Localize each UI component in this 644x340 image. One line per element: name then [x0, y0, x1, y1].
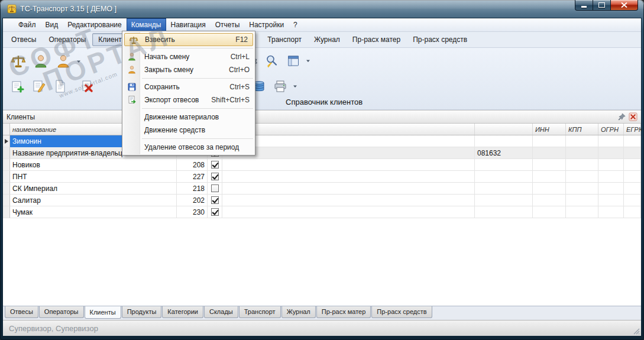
maximize-icon: [598, 2, 605, 8]
bottom-tab-pr-rash-sredstv[interactable]: Пр-расх средств: [371, 306, 432, 318]
menu-bar: ФайлВидРедактированиеКомандыНавигацияОтч…: [3, 18, 641, 32]
toolbar-caption: Справочник клиентов: [286, 98, 363, 106]
title-bar[interactable]: ТС-Транспорт 3.15 [ ДЕМО ]: [0, 0, 644, 18]
menu-separator: [142, 108, 253, 109]
bottom-tab-transport[interactable]: Транспорт: [239, 306, 281, 318]
menu-item-materials-movement[interactable]: Движение материалов: [123, 111, 254, 124]
column-header-egrul[interactable]: ЕГРЮЛ: [624, 124, 641, 135]
bottom-tab-sklady[interactable]: Склады: [204, 306, 238, 318]
menu-item-start-shift[interactable]: Начать сменуCtrl+L: [123, 50, 254, 63]
row-checkbox[interactable]: [211, 173, 219, 180]
bottom-tab-otvesy[interactable]: Отвесы: [5, 306, 38, 318]
table-row[interactable]: Название предприятия-владельца1081632: [3, 147, 641, 159]
top-tab-transport[interactable]: Транспорт: [261, 33, 308, 46]
close-shift-button[interactable]: [53, 51, 74, 72]
top-tab-operatory[interactable]: Операторы: [43, 33, 92, 46]
maximize-button[interactable]: [593, 0, 610, 11]
cell-name: Чумак: [10, 206, 177, 218]
start-shift-button[interactable]: [30, 51, 51, 72]
bottom-tab-pr-rash-mater[interactable]: Пр-расх матер: [316, 306, 371, 318]
table-row[interactable]: СК Империал218: [3, 183, 641, 195]
cell-name: Салитар: [10, 195, 177, 206]
menu-separator: [142, 48, 253, 48]
print-menu-arrow[interactable]: [292, 76, 299, 96]
cell-ogrn: [598, 206, 624, 218]
row-checkbox[interactable]: [211, 161, 219, 169]
cell-filler: [222, 206, 475, 218]
panels-menu-arrow[interactable]: [305, 51, 312, 71]
grid-header: наименованиеИННКППОГРНЕГРЮЛ: [3, 124, 641, 135]
row-checkbox[interactable]: [211, 208, 219, 216]
print-button[interactable]: [270, 76, 290, 96]
row-indicator-arrow: [5, 139, 8, 144]
menu-settings[interactable]: Настройки: [244, 18, 289, 31]
scale-icon: [11, 54, 26, 69]
pin-icon[interactable]: [617, 112, 626, 121]
bottom-tab-zhurnal[interactable]: Журнал: [281, 306, 316, 318]
column-header-ogrn[interactable]: ОГРН: [598, 124, 624, 135]
cell-inn: [533, 195, 566, 206]
bottom-tab-operatory[interactable]: Операторы: [39, 306, 84, 318]
cell-inn: [533, 147, 566, 159]
panels-button[interactable]: [283, 51, 303, 71]
panel-close-icon[interactable]: [629, 112, 637, 121]
menu-help[interactable]: ?: [289, 18, 302, 31]
cell-kpp: [566, 135, 598, 147]
cell-ogrn: [598, 135, 624, 147]
cell-check: [208, 159, 222, 171]
bottom-tab-klienty[interactable]: Клиенты: [85, 306, 121, 319]
shift-menu-arrow[interactable]: [75, 51, 82, 72]
grid-body: ЗимонинНазвание предприятия-владельца108…: [3, 135, 641, 218]
delete-record-button[interactable]: [77, 76, 98, 96]
menu-item-close-shift[interactable]: Закрыть сменуCtrl+O: [123, 63, 254, 76]
menu-edit[interactable]: Редактирование: [63, 18, 126, 31]
menu-item-export-weighings[interactable]: Экспорт отвесовShift+Ctrl+S: [123, 93, 254, 106]
cell-extra: [475, 195, 533, 206]
cell-kpp: [566, 147, 598, 159]
window-title: ТС-Транспорт 3.15 [ ДЕМО ]: [20, 0, 116, 18]
add-record-button[interactable]: [8, 76, 28, 96]
column-header-inn[interactable]: ИНН: [533, 124, 566, 135]
top-tab-zhurnal[interactable]: Журнал: [308, 33, 346, 46]
column-header-kpp[interactable]: КПП: [566, 124, 598, 135]
table-row[interactable]: Новиков208: [3, 159, 641, 171]
bottom-tab-strip: ОтвесыОператорыКлиентыПродуктыКатегорииС…: [3, 306, 641, 320]
cell-ogrn: [598, 195, 624, 206]
cell-filler: [222, 147, 475, 159]
resize-grip[interactable]: [632, 327, 640, 335]
edit-record-button[interactable]: [29, 76, 49, 96]
minimize-button[interactable]: [575, 0, 593, 11]
row-checkbox[interactable]: [211, 196, 219, 204]
close-button[interactable]: [610, 0, 638, 11]
cell-kpp: [566, 206, 598, 218]
row-indicator: [3, 183, 10, 195]
menu-item-funds-movement[interactable]: Движение средств: [123, 124, 254, 137]
menu-separator: [142, 138, 253, 139]
menu-item-delete-weighings-period[interactable]: Удаление отвесов за период: [123, 141, 254, 154]
menu-navigation[interactable]: Навигация: [166, 18, 211, 31]
table-row[interactable]: Зимонин: [3, 135, 641, 147]
menu-item-weigh[interactable]: ВзвеситьF12: [124, 33, 253, 46]
bottom-tab-kategorii[interactable]: Категории: [162, 306, 203, 318]
menu-view[interactable]: Вид: [41, 18, 63, 31]
table-row[interactable]: Чумак230: [3, 206, 641, 218]
menu-item-shortcut: Ctrl+O: [221, 66, 250, 74]
top-tab-otvesy[interactable]: Отвесы: [5, 33, 42, 46]
user-close-icon: [56, 54, 71, 69]
bottom-tab-produkty[interactable]: Продукты: [122, 306, 162, 318]
menu-reports[interactable]: Отчеты: [211, 18, 244, 31]
cell-name: Новиков: [10, 159, 177, 171]
menu-separator: [142, 78, 253, 79]
search-button[interactable]: [262, 51, 282, 71]
table-row[interactable]: ПНТ227: [3, 171, 641, 183]
row-checkbox[interactable]: [211, 184, 219, 192]
weigh-button[interactable]: [8, 51, 29, 72]
top-tab-pr-rash-mater[interactable]: Пр-расх матер: [347, 33, 406, 46]
top-tab-pr-rash-sredstv[interactable]: Пр-расх средств: [407, 33, 473, 46]
new-record-button[interactable]: [50, 76, 70, 96]
menu-item-save[interactable]: СохранитьCtrl+S: [123, 80, 254, 93]
menu-commands[interactable]: Команды: [127, 18, 166, 31]
app-icon: [7, 4, 17, 14]
table-row[interactable]: Салитар202: [3, 195, 641, 206]
menu-file[interactable]: Файл: [14, 18, 41, 31]
